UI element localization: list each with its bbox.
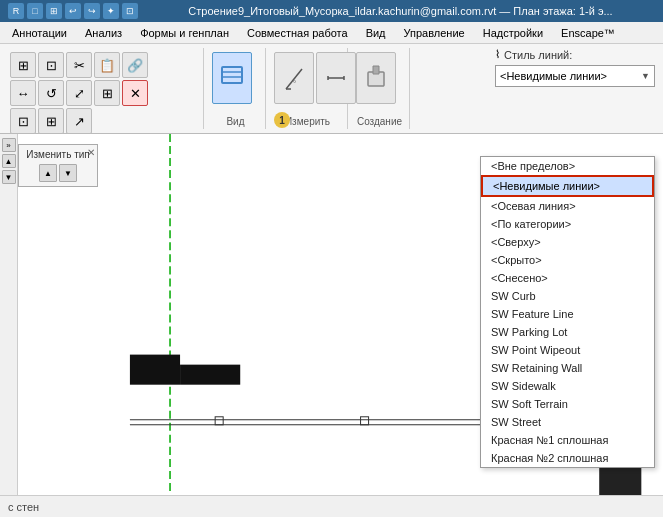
toolbar-icon-5: ✦ [103, 3, 119, 19]
edit-btn-6[interactable]: ↔ [10, 80, 36, 106]
section-create: Создание [350, 48, 410, 129]
dropdown-item-0[interactable]: <Вне пределов> [481, 157, 654, 175]
toolbar-icon-1: □ [27, 3, 43, 19]
menu-forms[interactable]: Формы и генплан [132, 25, 237, 41]
svg-text:°: ° [293, 79, 296, 88]
canvas-area: ✕ Изменить тип ▲ ▼ [18, 134, 663, 495]
sidebar-btn-down[interactable]: ▼ [2, 170, 16, 184]
dropdown-item-1[interactable]: <Невидимые линии> [481, 175, 654, 197]
edit-btn-10[interactable]: ✕ [122, 80, 148, 106]
view-tools [212, 52, 259, 114]
status-bar: с стен [0, 495, 663, 517]
svg-rect-12 [180, 365, 240, 385]
dropdown-item-13[interactable]: SW Soft Terrain [481, 395, 654, 413]
dropdown-item-4[interactable]: <Сверху> [481, 233, 654, 251]
menu-bar: Аннотации Анализ Формы и генплан Совмест… [0, 22, 663, 44]
edit-btn-7[interactable]: ↺ [38, 80, 64, 106]
create-tools [356, 52, 403, 114]
section-view: Вид [206, 48, 266, 129]
menu-enscape[interactable]: Enscape™ [553, 25, 623, 41]
sidebar-btn-up[interactable]: ▲ [2, 154, 16, 168]
toolbar-ribbon: ⊞ ⊡ ✂ 📋 🔗 ↔ ↺ ⤢ ⊞ ✕ ⊡ ⊞ ↗ [0, 44, 663, 134]
left-sidebar: » ▲ ▼ [0, 134, 18, 495]
menu-collab[interactable]: Совместная работа [239, 25, 356, 41]
menu-annotations[interactable]: Аннотации [4, 25, 75, 41]
dropdown-item-14[interactable]: SW Street [481, 413, 654, 431]
dropdown-item-7[interactable]: SW Curb [481, 287, 654, 305]
line-style-icon: ⌇ [495, 48, 500, 61]
create-btn-1[interactable] [356, 52, 396, 104]
edit-btn-13[interactable]: ↗ [66, 108, 92, 134]
line-style-panel: ⌇ Стиль линий: <Невидимые линии> ▼ [495, 48, 655, 87]
dropdown-item-16[interactable]: Красная №2 сплошная [481, 449, 654, 467]
badge-1: 1 [274, 112, 290, 128]
create-label: Создание [356, 114, 403, 127]
dropdown-item-8[interactable]: SW Feature Line [481, 305, 654, 323]
svg-rect-0 [222, 67, 242, 83]
edit-btn-12[interactable]: ⊞ [38, 108, 64, 134]
dropdown-item-5[interactable]: <Скрыто> [481, 251, 654, 269]
edit-row-1: ⊞ ⊡ ✂ 📋 🔗 [10, 52, 148, 78]
toolbar-icon-6: ⊡ [122, 3, 138, 19]
title-text: Строение9_Итоговый_Мусорка_ildar.kachuri… [146, 5, 655, 17]
menu-view[interactable]: Вид [358, 25, 394, 41]
toolbar-icon-3: ↩ [65, 3, 81, 19]
title-bar: R □ ⊞ ↩ ↪ ✦ ⊡ Строение9_Итоговый_Мусорка… [0, 0, 663, 22]
edit-btn-2[interactable]: ⊡ [38, 52, 64, 78]
app-icon: R [8, 3, 24, 19]
section-edit: ⊞ ⊡ ✂ 📋 🔗 ↔ ↺ ⤢ ⊞ ✕ ⊡ ⊞ ↗ [4, 48, 204, 129]
dropdown-item-12[interactable]: SW Sidewalk [481, 377, 654, 395]
svg-rect-15 [215, 417, 223, 425]
measure-tools: ° [274, 52, 341, 114]
dropdown-item-15[interactable]: Красная №1 сплошная [481, 431, 654, 449]
edit-btn-5[interactable]: 🔗 [122, 52, 148, 78]
view-btn-main[interactable] [212, 52, 252, 104]
edit-row-2: ↔ ↺ ⤢ ⊞ ✕ [10, 80, 148, 106]
edit-btn-1[interactable]: ⊞ [10, 52, 36, 78]
edit-btn-3[interactable]: ✂ [66, 52, 92, 78]
svg-rect-11 [130, 355, 180, 385]
menu-addins[interactable]: Надстройки [475, 25, 551, 41]
status-text: с стен [8, 501, 39, 513]
sidebar-btn-expand[interactable]: » [2, 138, 16, 152]
svg-rect-16 [361, 417, 369, 425]
measure-btn-1[interactable]: ° [274, 52, 314, 104]
edit-row-3: ⊡ ⊞ ↗ [10, 108, 148, 134]
dropdown-item-11[interactable]: SW Retaining Wall [481, 359, 654, 377]
toolbar-icon-2: ⊞ [46, 3, 62, 19]
edit-btn-9[interactable]: ⊞ [94, 80, 120, 106]
edit-tools: ⊞ ⊡ ✂ 📋 🔗 ↔ ↺ ⤢ ⊞ ✕ ⊡ ⊞ ↗ [10, 52, 197, 134]
line-style-label: Стиль линий: [504, 49, 572, 61]
title-icons: R □ ⊞ ↩ ↪ ✦ ⊡ [8, 3, 138, 19]
dropdown-value: <Невидимые линии> [500, 70, 607, 82]
edit-btn-8[interactable]: ⤢ [66, 80, 92, 106]
dropdown-item-2[interactable]: <Осевая линия> [481, 197, 654, 215]
dropdown-item-6[interactable]: <Снесено> [481, 269, 654, 287]
edit-btn-4[interactable]: 📋 [94, 52, 120, 78]
line-style-dropdown[interactable]: <Невидимые линии> ▼ [495, 65, 655, 87]
edit-btn-11[interactable]: ⊡ [10, 108, 36, 134]
toolbar-icon-4: ↪ [84, 3, 100, 19]
dropdown-item-3[interactable]: <По категории> [481, 215, 654, 233]
menu-analysis[interactable]: Анализ [77, 25, 130, 41]
dropdown-item-10[interactable]: SW Point Wipeout [481, 341, 654, 359]
dropdown-item-9[interactable]: SW Parking Lot [481, 323, 654, 341]
dropdown-overlay: <Вне пределов> <Невидимые линии> <Осевая… [480, 156, 655, 468]
main-content: » ▲ ▼ ✕ Изменить тип ▲ ▼ [0, 134, 663, 495]
view-label: Вид [212, 114, 259, 127]
dropdown-arrow-icon: ▼ [641, 71, 650, 81]
menu-manage[interactable]: Управление [396, 25, 473, 41]
